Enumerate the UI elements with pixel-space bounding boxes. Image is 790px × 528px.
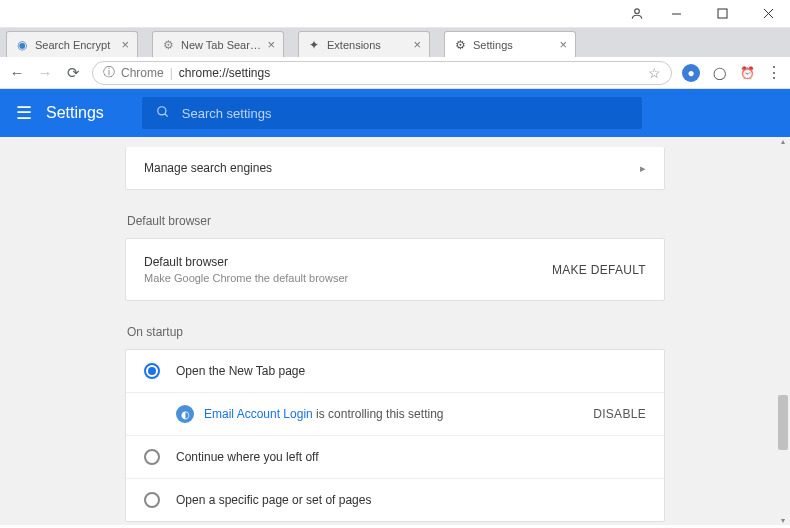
radio-unselected-icon[interactable] [144, 449, 160, 465]
menu-icon[interactable]: ☰ [16, 102, 32, 124]
url-text: chrome://settings [179, 66, 270, 80]
default-browser-section-label: Default browser [125, 208, 665, 238]
controlling-text: is controlling this setting [316, 407, 443, 421]
tab-label: Extensions [327, 39, 407, 51]
site-info-icon[interactable]: ⓘ [103, 64, 115, 81]
manage-search-engines-row[interactable]: Manage search engines ▸ [126, 147, 664, 189]
search-engine-card: Manage search engines ▸ [125, 147, 665, 190]
settings-search-input[interactable] [182, 106, 628, 121]
close-icon[interactable]: × [267, 37, 275, 52]
search-icon [156, 105, 170, 122]
shield-icon: ◉ [15, 38, 29, 52]
scroll-down-icon[interactable]: ▾ [776, 516, 790, 525]
window-minimize-button[interactable] [662, 4, 690, 24]
radio-selected-icon[interactable] [144, 363, 160, 379]
forward-button[interactable]: → [36, 64, 54, 81]
user-icon[interactable] [630, 7, 644, 21]
chevron-right-icon: ▸ [640, 162, 646, 175]
on-startup-section-label: On startup [125, 319, 665, 349]
svg-point-5 [158, 106, 166, 114]
extension-button-1[interactable]: ● [682, 64, 700, 82]
extension-badge-icon: ◐ [176, 405, 194, 423]
window-maximize-button[interactable] [708, 4, 736, 24]
extension-button-3[interactable]: ⏰ [738, 64, 756, 82]
window-close-button[interactable] [754, 4, 782, 24]
svg-rect-2 [718, 9, 727, 18]
bookmark-star-icon[interactable]: ☆ [648, 65, 661, 81]
close-icon[interactable]: × [559, 37, 567, 52]
tab-extensions[interactable]: ✦ Extensions × [298, 31, 430, 57]
address-bar[interactable]: ⓘ Chrome | chrome://settings ☆ [92, 61, 672, 85]
window-titlebar [0, 0, 790, 28]
tab-settings[interactable]: ⚙ Settings × [444, 31, 576, 57]
tab-label: New Tab Search [181, 39, 261, 51]
extension-button-2[interactable]: ◯ [710, 64, 728, 82]
row-label: Manage search engines [144, 161, 272, 175]
on-startup-card: Open the New Tab page ◐ Email Account Lo… [125, 349, 665, 522]
tab-label: Search Encrypt [35, 39, 115, 51]
scrollbar-thumb[interactable] [778, 395, 788, 450]
url-protocol-label: Chrome [121, 66, 164, 80]
browser-tabstrip: ◉ Search Encrypt × ⚙ New Tab Search × ✦ … [0, 28, 790, 57]
gear-icon: ⚙ [453, 38, 467, 52]
scroll-up-icon[interactable]: ▴ [776, 137, 790, 146]
extension-controlling-row: ◐ Email Account Login is controlling thi… [126, 392, 664, 435]
browser-menu-button[interactable]: ⋮ [766, 63, 782, 82]
extension-icon: ✦ [307, 38, 321, 52]
close-icon[interactable]: × [121, 37, 129, 52]
page-title: Settings [46, 104, 104, 122]
default-browser-title: Default browser [144, 255, 348, 269]
close-icon[interactable]: × [413, 37, 421, 52]
startup-option-continue[interactable]: Continue where you left off [126, 435, 664, 478]
option-label: Continue where you left off [176, 450, 319, 464]
settings-content[interactable]: Manage search engines ▸ Default browser … [0, 137, 790, 525]
back-button[interactable]: ← [8, 64, 26, 81]
default-browser-card: Default browser Make Google Chrome the d… [125, 238, 665, 301]
radio-unselected-icon[interactable] [144, 492, 160, 508]
vertical-scrollbar[interactable]: ▴ ▾ [776, 137, 790, 525]
tab-new-tab-search[interactable]: ⚙ New Tab Search × [152, 31, 284, 57]
disable-button[interactable]: DISABLE [593, 407, 646, 421]
svg-line-6 [165, 113, 168, 116]
settings-header: ☰ Settings [0, 89, 790, 137]
reload-button[interactable]: ⟳ [64, 64, 82, 82]
svg-point-0 [635, 9, 640, 14]
default-browser-subtitle: Make Google Chrome the default browser [144, 272, 348, 284]
option-label: Open a specific page or set of pages [176, 493, 371, 507]
tab-search-encrypt[interactable]: ◉ Search Encrypt × [6, 31, 138, 57]
controlling-extension-link[interactable]: Email Account Login [204, 407, 313, 421]
startup-option-new-tab[interactable]: Open the New Tab page [126, 350, 664, 392]
tab-label: Settings [473, 39, 553, 51]
settings-search-box[interactable] [142, 97, 642, 129]
browser-toolbar: ← → ⟳ ⓘ Chrome | chrome://settings ☆ ● ◯… [0, 57, 790, 89]
option-label: Open the New Tab page [176, 364, 305, 378]
gear-icon: ⚙ [161, 38, 175, 52]
startup-option-specific-pages[interactable]: Open a specific page or set of pages [126, 478, 664, 521]
make-default-button[interactable]: MAKE DEFAULT [552, 263, 646, 277]
